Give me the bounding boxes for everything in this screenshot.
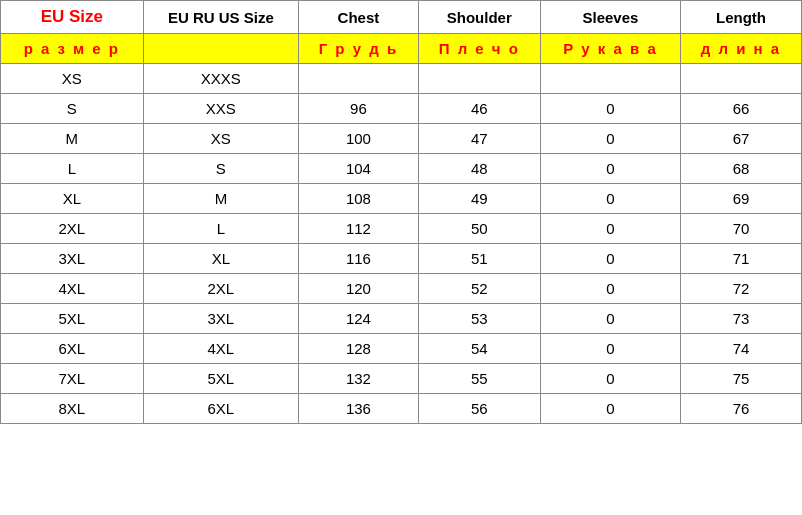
chest-cell: 104 [299, 154, 419, 184]
header-row-1: EU Size EU RU US Size Chest Shoulder Sle… [1, 1, 802, 34]
ru-size-cell: XXS [143, 94, 298, 124]
sleeves-cell [540, 64, 680, 94]
chest-cell: 116 [299, 244, 419, 274]
table-row: 2XLL11250070 [1, 214, 802, 244]
sleeves-cell: 0 [540, 154, 680, 184]
plecho-label: П л е ч о [418, 34, 540, 64]
ru-size-cell: 2XL [143, 274, 298, 304]
chest-cell [299, 64, 419, 94]
length-cell: 70 [681, 214, 802, 244]
sleeves-cell: 0 [540, 274, 680, 304]
eu-size-cell: 2XL [1, 214, 144, 244]
chest-cell: 132 [299, 364, 419, 394]
ru-size-cell: 3XL [143, 304, 298, 334]
table-row: 3XLXL11651071 [1, 244, 802, 274]
ru-size-cell: XXXS [143, 64, 298, 94]
shoulder-header: Shoulder [418, 1, 540, 34]
shoulder-cell: 56 [418, 394, 540, 424]
chest-cell: 100 [299, 124, 419, 154]
size-chart-table: EU Size EU RU US Size Chest Shoulder Sle… [0, 0, 802, 424]
shoulder-cell [418, 64, 540, 94]
table-row: 8XL6XL13656076 [1, 394, 802, 424]
shoulder-cell: 52 [418, 274, 540, 304]
table-row: 5XL3XL12453073 [1, 304, 802, 334]
rukava-label: Р у к а в а [540, 34, 680, 64]
eu-size-cell: 8XL [1, 394, 144, 424]
chest-cell: 96 [299, 94, 419, 124]
length-cell: 66 [681, 94, 802, 124]
ru-size-cell: XS [143, 124, 298, 154]
sleeves-cell: 0 [540, 394, 680, 424]
ru-size-cell: 6XL [143, 394, 298, 424]
chest-header: Chest [299, 1, 419, 34]
eu-size-cell: 5XL [1, 304, 144, 334]
header2-col2 [143, 34, 298, 64]
sleeves-cell: 0 [540, 364, 680, 394]
chest-cell: 108 [299, 184, 419, 214]
sleeves-cell: 0 [540, 214, 680, 244]
sleeves-cell: 0 [540, 304, 680, 334]
sleeves-cell: 0 [540, 334, 680, 364]
ru-size-cell: S [143, 154, 298, 184]
chest-cell: 112 [299, 214, 419, 244]
ru-us-size-header: EU RU US Size [143, 1, 298, 34]
eu-size-cell: 7XL [1, 364, 144, 394]
eu-size-cell: 4XL [1, 274, 144, 304]
ru-size-cell: 5XL [143, 364, 298, 394]
shoulder-cell: 47 [418, 124, 540, 154]
table-row: XSXXXS [1, 64, 802, 94]
table-row: 6XL4XL12854074 [1, 334, 802, 364]
ru-size-cell: L [143, 214, 298, 244]
sleeves-cell: 0 [540, 124, 680, 154]
eu-size-cell: XL [1, 184, 144, 214]
chest-cell: 124 [299, 304, 419, 334]
length-cell: 69 [681, 184, 802, 214]
chest-cell: 120 [299, 274, 419, 304]
ru-size-cell: M [143, 184, 298, 214]
shoulder-cell: 51 [418, 244, 540, 274]
eu-size-cell: S [1, 94, 144, 124]
shoulder-cell: 46 [418, 94, 540, 124]
sleeves-header: Sleeves [540, 1, 680, 34]
eu-size-cell: 3XL [1, 244, 144, 274]
shoulder-cell: 48 [418, 154, 540, 184]
sleeves-cell: 0 [540, 244, 680, 274]
length-cell: 71 [681, 244, 802, 274]
shoulder-cell: 55 [418, 364, 540, 394]
eu-size-cell: M [1, 124, 144, 154]
grud-label: Г р у д ь [299, 34, 419, 64]
razmer-label: р а з м е р [1, 34, 144, 64]
table-row: XLM10849069 [1, 184, 802, 214]
length-cell: 73 [681, 304, 802, 334]
table-row: SXXS9646066 [1, 94, 802, 124]
dlina-label: д л и н а [681, 34, 802, 64]
ru-size-cell: XL [143, 244, 298, 274]
shoulder-cell: 50 [418, 214, 540, 244]
header-row-2: р а з м е р Г р у д ь П л е ч о Р у к а … [1, 34, 802, 64]
ru-size-cell: 4XL [143, 334, 298, 364]
eu-size-cell: 6XL [1, 334, 144, 364]
length-cell [681, 64, 802, 94]
shoulder-cell: 53 [418, 304, 540, 334]
table-row: MXS10047067 [1, 124, 802, 154]
eu-size-cell: L [1, 154, 144, 184]
length-cell: 75 [681, 364, 802, 394]
length-cell: 68 [681, 154, 802, 184]
length-cell: 74 [681, 334, 802, 364]
table-row: LS10448068 [1, 154, 802, 184]
chest-cell: 136 [299, 394, 419, 424]
shoulder-cell: 54 [418, 334, 540, 364]
length-cell: 76 [681, 394, 802, 424]
chest-cell: 128 [299, 334, 419, 364]
table-body: XSXXXSSXXS9646066MXS10047067LS10448068XL… [1, 64, 802, 424]
eu-size-header: EU Size [1, 1, 144, 34]
length-header: Length [681, 1, 802, 34]
sleeves-cell: 0 [540, 94, 680, 124]
length-cell: 72 [681, 274, 802, 304]
table-row: 4XL2XL12052072 [1, 274, 802, 304]
eu-size-cell: XS [1, 64, 144, 94]
table-row: 7XL5XL13255075 [1, 364, 802, 394]
shoulder-cell: 49 [418, 184, 540, 214]
length-cell: 67 [681, 124, 802, 154]
sleeves-cell: 0 [540, 184, 680, 214]
